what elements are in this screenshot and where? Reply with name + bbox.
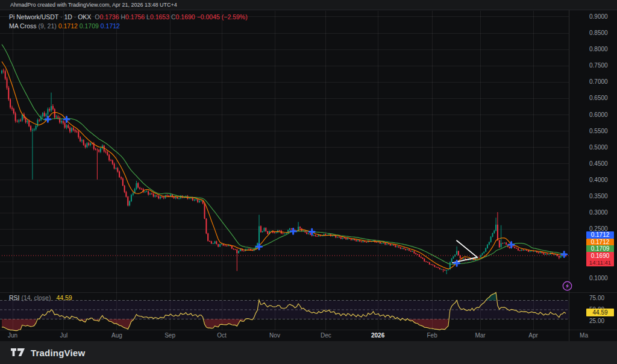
legend-separator: · <box>60 13 63 20</box>
chart-canvas[interactable] <box>0 0 617 364</box>
ma-cross-value: 0.1712 <box>101 22 120 30</box>
time-axis-label: Dec <box>321 331 331 340</box>
pane-separator[interactable] <box>0 292 617 293</box>
brand-wordmark: TradingView <box>31 348 85 358</box>
price-tick-label: 0.3000 <box>589 209 608 216</box>
rsi-params: (14, close) <box>21 294 51 301</box>
ma-cross-params: (9, 21) <box>38 22 56 30</box>
price-tick-label: 0.6500 <box>589 95 608 102</box>
time-axis-label: Sep <box>164 331 175 340</box>
rsi-legend: RSI (14, close) 44.59 <box>9 294 72 301</box>
price-tick-label: 0.4500 <box>589 160 608 168</box>
price-tick-label: 0.8500 <box>589 30 608 37</box>
rsi-title[interactable]: RSI <box>9 294 20 301</box>
low-value: 0.1653 <box>150 13 169 20</box>
legend-separator: · <box>74 13 77 20</box>
rsi-value: 44.59 <box>56 294 72 301</box>
last-price-label: 0.1690 14:11:41 <box>586 252 614 266</box>
close-label: C <box>171 13 176 20</box>
price-tick-label: 0.9000 <box>589 13 608 20</box>
time-axis-label: Ma <box>580 331 588 340</box>
time-axis-label: Oct <box>217 331 227 340</box>
price-tick-label: 0.5000 <box>589 144 608 151</box>
high-label: H <box>121 13 125 20</box>
time-axis-label: Apr <box>528 331 538 340</box>
time-axis-label: Jul <box>60 331 67 340</box>
high-value: 0.1756 <box>125 13 145 20</box>
time-axis[interactable]: JunJulAugSepOctNovDec2026FebMarAprMa <box>0 330 617 341</box>
ma-slow-value: 0.1709 <box>80 22 99 30</box>
time-axis-label: Jun <box>8 331 17 340</box>
price-tick-label: 0.7000 <box>589 78 608 86</box>
ma-cross-title[interactable]: MA Cross <box>9 22 37 30</box>
time-axis-label: Aug <box>111 331 122 340</box>
bar-countdown: 14:11:41 <box>586 259 614 266</box>
price-tick-label: 0.5500 <box>589 128 608 135</box>
rsi-tick-label: 25.00 <box>589 318 604 325</box>
price-tick-label: 0.4000 <box>589 177 608 184</box>
attribution-bar: AhmadPro created with TradingView.com, A… <box>0 0 617 10</box>
price-tick-label: 0.3500 <box>589 193 608 200</box>
price-tick-label: 0.8000 <box>589 46 608 53</box>
rsi-tick-label: 75.00 <box>589 295 604 302</box>
attribution-text: AhmadPro created with TradingView.com, A… <box>10 2 177 8</box>
time-axis-label: 2026 <box>371 331 384 340</box>
change-value: −0.0045 (−2.59%) <box>197 13 248 20</box>
symbol-title[interactable]: Pi Network/USDT <box>9 13 58 20</box>
ma-fast-value: 0.1712 <box>58 22 78 30</box>
open-value: 0.1736 <box>99 13 119 20</box>
tradingview-logo[interactable]: TradingView <box>11 348 85 358</box>
interval-label[interactable]: 1D <box>64 13 72 20</box>
price-tick-label: 0.7500 <box>589 62 608 69</box>
time-axis-label: Nov <box>269 331 280 340</box>
boost-button[interactable] <box>560 278 575 293</box>
close-value: 0.1690 <box>176 13 195 20</box>
legend: Pi Network/USDT · 1D · OKX O0.1736 H0.17… <box>9 13 248 30</box>
tradingview-mark-icon <box>11 348 26 357</box>
rsi-value-label: 44.59 <box>586 309 614 316</box>
last-price-value: 0.1690 <box>586 253 614 259</box>
price-tick-label: 0.6000 <box>589 111 608 119</box>
price-tick-label: 0.1000 <box>589 275 608 282</box>
bottom-bar: TradingView <box>0 341 617 364</box>
time-axis-label: Feb <box>427 331 437 340</box>
lightning-icon <box>560 278 575 293</box>
ma-cross-price-label: 0.1712 <box>586 231 614 239</box>
exchange-label[interactable]: OKX <box>78 13 91 20</box>
tradingview-chart-window: { "top_bar": { "attribution": "AhmadPro … <box>0 0 617 364</box>
legend-symbol-row: Pi Network/USDT · 1D · OKX O0.1736 H0.17… <box>9 13 248 21</box>
legend-ma-row: MA Cross (9, 21) 0.1712 0.1709 0.1712 <box>9 22 248 30</box>
time-axis-label: Mar <box>475 331 485 340</box>
